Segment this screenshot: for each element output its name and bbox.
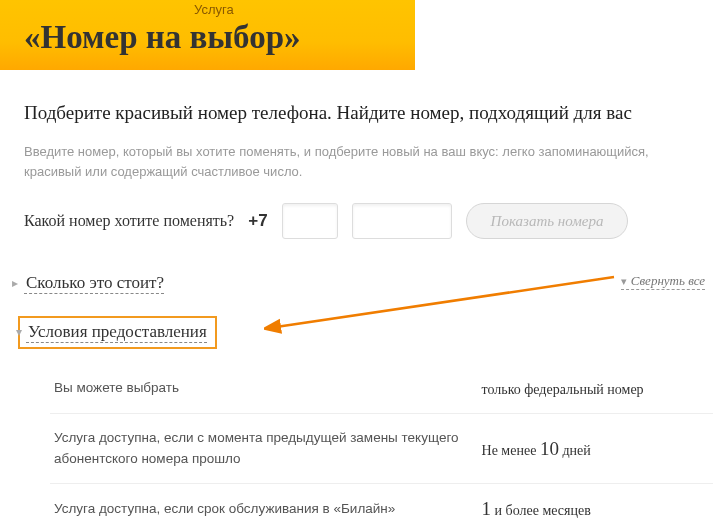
collapse-all-link[interactable]: Свернуть все <box>621 273 705 290</box>
service-category: Услуга <box>194 0 391 17</box>
lead-text: Подберите красивый номер телефона. Найди… <box>24 102 713 124</box>
highlight-box: Условия предоставления <box>18 316 217 349</box>
table-row: Вы можете выбрать только федеральный ном… <box>50 363 713 414</box>
table-row: Услуга доступна, если с момента предыдущ… <box>50 414 713 484</box>
phone-label: Какой номер хотите поменять? <box>24 212 234 230</box>
accordion-cost[interactable]: Сколько это стоит? <box>24 273 164 294</box>
phone-code-input[interactable] <box>282 203 338 239</box>
conditions-table: Вы можете выбрать только федеральный ном… <box>50 363 713 519</box>
condition-value: Не менее 10 дней <box>482 438 701 460</box>
phone-prefix: +7 <box>248 211 267 231</box>
show-numbers-button[interactable]: Показать номера <box>466 203 629 239</box>
accordion-terms[interactable]: Условия предоставления <box>26 322 207 343</box>
condition-key: Услуга доступна, если срок обслуживания … <box>54 499 482 519</box>
phone-form: Какой номер хотите поменять? +7 Показать… <box>24 203 713 239</box>
phone-number-input[interactable] <box>352 203 452 239</box>
page-title: «Номер на выбор» <box>24 17 391 58</box>
main-content: Подберите красивый номер телефона. Найди… <box>0 70 713 519</box>
condition-value: только федеральный номер <box>482 377 701 399</box>
table-row: Услуга доступна, если срок обслуживания … <box>50 484 713 519</box>
condition-key: Вы можете выбрать <box>54 378 482 398</box>
hint-text: Введите номер, который вы хотите поменят… <box>24 142 664 181</box>
condition-value: 1 и более месяцев <box>482 498 701 519</box>
condition-key: Услуга доступна, если с момента предыдущ… <box>54 428 482 469</box>
hero-banner: Услуга «Номер на выбор» <box>0 0 415 70</box>
accordion-area: Свернуть все Сколько это стоит? Условия … <box>24 273 713 519</box>
